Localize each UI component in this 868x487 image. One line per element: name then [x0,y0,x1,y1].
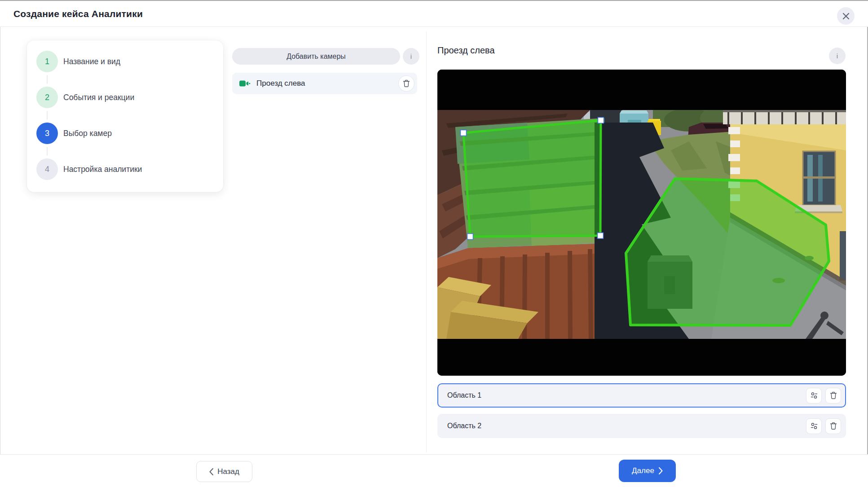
modal-header: Создание кейса Аналитики [0,1,868,27]
step-analytics-settings[interactable]: 4 Настройка аналитики [36,158,142,180]
wizard-steps-card: 1 Название и вид 2 События и реакции 3 В… [27,40,223,192]
camera-frame-canvas[interactable] [437,70,846,376]
chevron-right-icon [659,467,663,474]
region-1-settings-button[interactable] [806,388,822,404]
step-2-label: События и реакции [63,93,134,102]
step-4-label: Настройка аналитики [63,165,142,174]
step-name-and-type[interactable]: 1 Название и вид [36,51,120,72]
region-1-label: Область 1 [447,391,481,399]
camera-name: Проезд слева [256,79,305,88]
back-button[interactable]: Назад [196,461,252,482]
next-button-label: Далее [632,466,654,475]
create-analytics-case-modal: Создание кейса Аналитики 1 Название и ви… [0,0,868,487]
chevron-left-icon [209,468,213,475]
region-1-delete-button[interactable] [825,388,841,404]
region-2-settings-button[interactable] [806,418,822,434]
step-camera-selection[interactable]: 3 Выбор камер [36,123,112,144]
step-3-label: Выбор камер [63,129,112,138]
step-4-circle: 4 [36,158,58,180]
panel-divider [426,31,427,452]
camera-list-item[interactable]: Проезд слева [232,73,417,94]
camera-preview-title: Проезд слева [437,45,495,56]
step-2-circle: 2 [36,87,58,108]
step-events-and-reactions[interactable]: 2 События и реакции [36,87,134,108]
region-2-label: Область 2 [447,422,481,430]
add-cameras-button[interactable]: Добавить камеры [232,48,400,65]
modal-title: Создание кейса Аналитики [13,9,143,19]
trash-icon [830,391,837,399]
region-row-1[interactable]: Область 1 [437,383,846,408]
step-3-circle: 3 [36,123,58,144]
step-1-label: Название и вид [63,57,120,66]
trash-icon [403,79,410,88]
step-connector [47,111,48,120]
delete-camera-button[interactable] [398,75,414,92]
preview-info-button[interactable]: i [829,48,846,64]
step-connector [47,75,48,84]
camera-frame-image [437,70,846,376]
cameras-info-button[interactable]: i [403,48,419,65]
region-polygon-1[interactable] [461,118,604,240]
modal-footer: Назад Далее [0,454,868,487]
next-button[interactable]: Далее [619,460,676,482]
step-connector [47,147,48,156]
sliders-icon [810,391,818,399]
region-row-2[interactable]: Область 2 [437,414,846,438]
back-button-label: Назад [217,467,239,476]
close-button[interactable] [837,7,855,25]
video-camera-icon [239,80,251,87]
trash-icon [830,422,837,430]
sliders-icon [810,422,818,430]
region-2-delete-button[interactable] [825,418,841,434]
step-1-circle: 1 [36,51,58,72]
close-icon [842,12,850,20]
